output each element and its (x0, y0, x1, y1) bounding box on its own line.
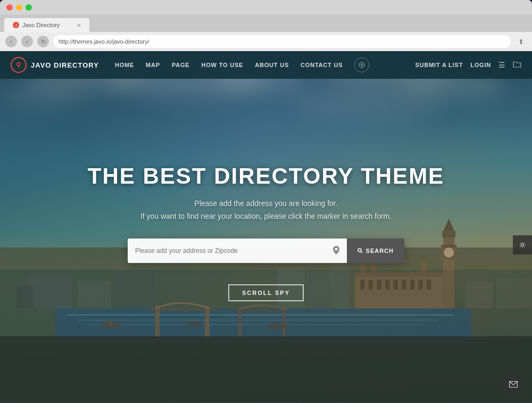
search-input-wrapper (128, 238, 347, 263)
nav-links: HOME MAP PAGE HOW TO USE ABOUT US CONTAC… (115, 57, 415, 72)
close-button[interactable] (6, 4, 13, 11)
login-link[interactable]: LOGIN (470, 62, 491, 68)
nav-page[interactable]: PAGE (172, 62, 190, 68)
website-content: JAVO DIRECTORY HOME MAP PAGE HOW TO USE … (0, 51, 532, 403)
hamburger-icon[interactable]: ☰ (498, 61, 505, 69)
tab-close-icon[interactable]: × (77, 21, 81, 29)
nav-map[interactable]: MAP (146, 62, 160, 68)
share-icon[interactable]: ⬆ (515, 36, 527, 47)
compass-icon-btn[interactable] (354, 57, 369, 72)
logo-icon (11, 57, 27, 73)
browser-address-bar: ‹ › ↻ http://themes.javo.io/javo-directo… (0, 32, 532, 51)
location-pin-icon[interactable] (333, 246, 339, 256)
nav-home[interactable]: HOME (115, 62, 134, 68)
hero-subtitle-line1: Please add the address you are looking f… (194, 199, 337, 208)
folder-svg (513, 61, 521, 68)
svg-point-53 (521, 243, 524, 246)
back-button[interactable]: ‹ (5, 36, 17, 47)
pin-svg (15, 61, 22, 69)
logo[interactable]: JAVO DIRECTORY (11, 57, 99, 73)
navbar: JAVO DIRECTORY HOME MAP PAGE HOW TO USE … (0, 51, 532, 79)
scroll-spy-button[interactable]: SCROLL SPY (228, 284, 304, 301)
svg-point-48 (17, 63, 20, 66)
hero-title: THE BEST DIRECTORY THEME (88, 163, 444, 189)
address-text: http://themes.javo.io/javo-directory/ (59, 38, 149, 45)
submit-list-link[interactable]: SUBMIT A LIST (415, 62, 463, 68)
hero-content: THE BEST DIRECTORY THEME Please add the … (0, 51, 532, 403)
search-bar: SEARCH (128, 238, 404, 263)
folder-icon[interactable] (513, 61, 521, 70)
email-icon (509, 381, 518, 388)
svg-point-50 (335, 248, 337, 250)
logo-text: JAVO DIRECTORY (31, 61, 99, 69)
tab-favicon: J (13, 22, 19, 28)
forward-button[interactable]: › (21, 36, 33, 47)
settings-gear-button[interactable] (513, 235, 532, 254)
browser-titlebar (0, 0, 532, 15)
tab-title: Javo Directory (22, 22, 60, 28)
hero-subtitle-line2: If you want to find near your location, … (140, 212, 392, 220)
nav-about-us[interactable]: ABOUT US (255, 62, 289, 68)
search-icon (358, 248, 363, 253)
nav-right: SUBMIT A LIST LOGIN ☰ (415, 61, 521, 70)
pin-icon-svg (333, 246, 339, 254)
hero-subtitle: Please add the address you are looking f… (140, 198, 392, 223)
maximize-button[interactable] (26, 4, 32, 11)
nav-contact-us[interactable]: CONTACT US (301, 62, 343, 68)
gear-icon (519, 241, 526, 249)
search-input[interactable] (135, 247, 329, 254)
search-btn-label: SEARCH (366, 248, 394, 254)
minimize-button[interactable] (16, 4, 22, 11)
search-button[interactable]: SEARCH (347, 238, 404, 263)
refresh-button[interactable]: ↻ (37, 36, 49, 47)
email-button[interactable] (503, 374, 523, 394)
svg-point-51 (358, 249, 361, 252)
compass-svg (359, 62, 365, 68)
address-field[interactable]: http://themes.javo.io/javo-directory/ (53, 35, 511, 48)
browser-window: J Javo Directory × ‹ › ↻ http://themes.j… (0, 0, 532, 403)
nav-how-to-use[interactable]: HOW TO USE (202, 62, 244, 68)
active-tab[interactable]: J Javo Directory × (4, 18, 89, 32)
settings-panel (513, 235, 532, 254)
svg-line-52 (361, 252, 362, 253)
browser-tab-bar: J Javo Directory × (0, 15, 532, 32)
